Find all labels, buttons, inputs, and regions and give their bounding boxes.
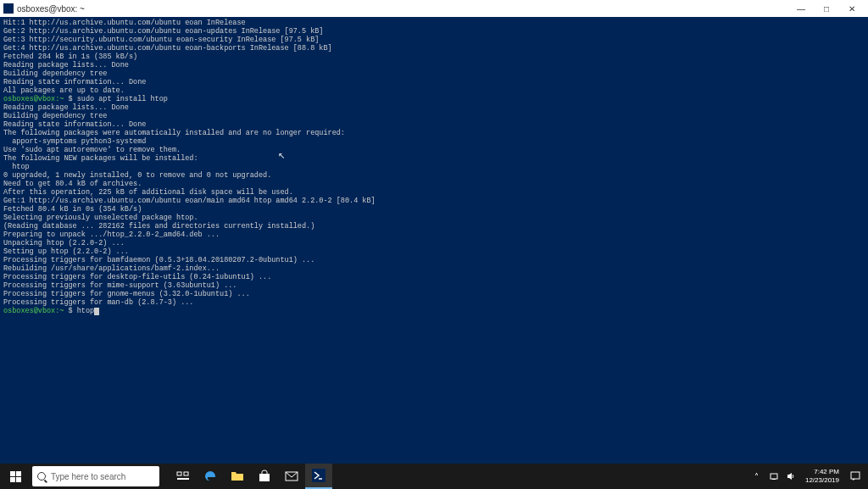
window-titlebar[interactable]: osboxes@vbox: ~ — □ ✕ — [0, 0, 868, 17]
minimize-button[interactable]: — — [788, 1, 814, 16]
svg-rect-1 — [184, 472, 188, 475]
close-button[interactable]: ✕ — [839, 1, 865, 16]
start-button[interactable] — [0, 464, 31, 489]
powershell-icon — [312, 469, 326, 482]
taskbar-clock[interactable]: 7:42 PM 12/23/2019 — [800, 468, 844, 485]
svg-rect-6 — [771, 474, 777, 479]
maximize-button[interactable]: □ — [814, 1, 839, 16]
terminal-icon — [3, 3, 14, 14]
edge-button[interactable] — [197, 464, 224, 489]
svg-rect-0 — [177, 472, 181, 475]
folder-icon — [231, 470, 244, 483]
window-title: osboxes@vbox: ~ — [17, 4, 788, 14]
search-placeholder: Type here to search — [51, 472, 125, 481]
svg-rect-3 — [259, 474, 270, 481]
task-view-button[interactable] — [170, 464, 197, 489]
store-button[interactable] — [251, 464, 278, 489]
windows-logo-icon — [10, 471, 21, 482]
tray-expand-button[interactable]: ˄ — [749, 464, 765, 489]
task-view-icon — [176, 470, 190, 483]
file-explorer-button[interactable] — [224, 464, 251, 489]
mail-button[interactable] — [278, 464, 305, 489]
store-icon — [258, 470, 271, 483]
powershell-button[interactable] — [305, 464, 332, 489]
search-icon — [37, 472, 46, 481]
taskbar-apps — [170, 464, 332, 489]
notification-button[interactable] — [846, 464, 865, 489]
volume-icon[interactable] — [783, 464, 798, 489]
clock-date: 12/23/2019 — [805, 476, 839, 485]
terminal-window: osboxes@vbox: ~ — □ ✕ Hit:1 http://us.ar… — [0, 0, 868, 464]
taskbar: Type here to search ˄ 7:42 PM — [0, 464, 868, 489]
network-icon[interactable] — [766, 464, 782, 489]
clock-time: 7:42 PM — [805, 468, 839, 476]
edge-icon — [203, 470, 217, 483]
window-controls: — □ ✕ — [788, 1, 865, 16]
taskbar-search[interactable]: Type here to search — [32, 466, 159, 486]
system-tray: ˄ 7:42 PM 12/23/2019 — [749, 464, 868, 489]
mail-icon — [285, 470, 298, 483]
svg-rect-8 — [851, 472, 860, 479]
svg-rect-7 — [772, 479, 776, 480]
terminal-output[interactable]: Hit:1 http://us.archive.ubuntu.com/ubunt… — [0, 17, 868, 464]
svg-rect-2 — [177, 478, 189, 480]
